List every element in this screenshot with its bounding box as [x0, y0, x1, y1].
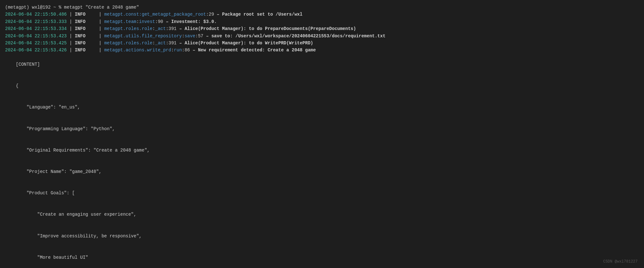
colon-2: : — [136, 18, 139, 25]
timestamp-4: 2024-06-04 22:15:53.423 — [5, 33, 67, 40]
colon-5: : — [152, 40, 155, 47]
level-5: INFO — [75, 40, 85, 47]
sep-4: | — [67, 33, 75, 40]
module-4: metagpt.utils.file_repository — [104, 33, 182, 40]
linenum-2: :90 — [155, 18, 163, 25]
json-prog-lang: "Programming Language": "Python", — [5, 118, 639, 139]
json-prog-lang-text: "Programming Language": "Python", — [16, 126, 115, 131]
json-goal-1-text: "Create an engaging user experience", — [16, 212, 136, 217]
msg-6: – New requirement detected: Create a 204… — [190, 47, 316, 54]
log-line-5: 2024-06-04 22:15:53.425 | INFO | metagpt… — [5, 40, 639, 47]
json-open-brace: { — [16, 83, 18, 88]
timestamp-1: 2024-06-04 22:15:50.486 — [5, 11, 67, 18]
sep-3b: | — [85, 25, 104, 32]
sep-6: | — [67, 47, 75, 54]
sep-5b: | — [85, 40, 104, 47]
watermark: CSDN @wxl781227 — [603, 259, 638, 265]
linenum-1: :29 — [206, 11, 214, 18]
func-5: _act — [155, 40, 166, 47]
json-block: { — [5, 75, 639, 97]
linenum-5: :391 — [166, 40, 177, 47]
log-line-6: 2024-06-04 22:15:53.426 | INFO | metagpt… — [5, 47, 639, 54]
json-goal-3: "More beautiful UI" — [5, 247, 639, 268]
level-6: INFO — [75, 47, 85, 54]
log-line-1: 2024-06-04 22:15:50.486 | INFO | metagpt… — [5, 11, 639, 18]
module-1: metagpt.const — [104, 11, 139, 18]
level-4: INFO — [75, 33, 85, 40]
func-4: save — [185, 33, 195, 40]
log-line-3: 2024-06-04 22:15:53.334 | INFO | metagpt… — [5, 25, 639, 32]
json-language: "Language": "en_us", — [5, 97, 639, 118]
json-prod-goals-label: "Product Goals": [ — [16, 190, 75, 196]
json-goal-2-text: "Improve accessibility, be responsive", — [16, 234, 142, 239]
json-prod-goals-key: "Product Goals": [ — [5, 182, 639, 204]
json-goal-2: "Improve accessibility, be responsive", — [5, 225, 639, 247]
log-line-2: 2024-06-04 22:15:53.333 | INFO | metagpt… — [5, 18, 639, 25]
json-goal-1: "Create an engaging user experience", — [5, 204, 639, 225]
module-2: metagpt.team — [104, 18, 136, 25]
timestamp-2: 2024-06-04 22:15:53.333 — [5, 18, 67, 25]
msg-2: – Investment: $3.0. — [163, 18, 217, 25]
module-1b: : — [139, 11, 142, 18]
msg-4: – save to: /Users/wxl/workspace/20240604… — [203, 33, 385, 40]
func-1: get_metagpt_package_root — [142, 11, 206, 18]
sep-5: | — [67, 40, 75, 47]
sep-4b: | — [85, 33, 104, 40]
json-proj-name: "Project Name": "game_2048", — [5, 161, 639, 182]
func-3: _act — [155, 25, 166, 32]
json-proj-name-text: "Project Name": "game_2048", — [16, 169, 102, 174]
sep-1: | — [67, 11, 75, 18]
func-2: invest — [139, 18, 155, 25]
msg-3: – Alice(Product Manager): to do PrepareD… — [177, 25, 356, 32]
linenum-4: :57 — [195, 33, 203, 40]
content-label-text: [CONTENT] — [16, 62, 40, 67]
module-6: metagpt.actions.write_prd — [104, 47, 171, 54]
sep-3: | — [67, 25, 75, 32]
module-3: metagpt.roles.role — [104, 25, 152, 32]
sep-2b: | — [85, 18, 104, 25]
sep-6b: | — [85, 47, 104, 54]
sep-1b: | — [85, 11, 104, 18]
colon-6: : — [171, 47, 174, 54]
func-6: run — [174, 47, 182, 54]
linenum-3: :391 — [166, 25, 177, 32]
json-orig-req: "Original Requirements": "Create a 2048 … — [5, 139, 639, 161]
timestamp-6: 2024-06-04 22:15:53.426 — [5, 47, 67, 54]
content-label: [CONTENT] — [5, 54, 639, 75]
log-line-4: 2024-06-04 22:15:53.423 | INFO | metagpt… — [5, 33, 639, 40]
level-3: INFO — [75, 25, 85, 32]
colon-4: : — [182, 33, 185, 40]
json-goal-3-text: "More beautiful UI" — [16, 255, 88, 260]
json-language-text: "Language": "en_us", — [16, 105, 80, 110]
module-5: metagpt.roles.role — [104, 40, 152, 47]
timestamp-3: 2024-06-04 22:15:53.334 — [5, 25, 67, 32]
terminal-window: (metagpt) wxl@192 ~ % metagpt "Create a … — [5, 4, 639, 268]
sep-2: | — [67, 18, 75, 25]
timestamp-5: 2024-06-04 22:15:53.425 — [5, 40, 67, 47]
linenum-6: :86 — [182, 47, 190, 54]
msg-1: – Package root set to /Users/wxl — [214, 11, 302, 18]
prompt-text: (metagpt) wxl@192 ~ % metagpt "Create a … — [5, 4, 139, 11]
level-2: INFO — [75, 18, 85, 25]
level-1: INFO — [75, 11, 85, 18]
colon-3: : — [152, 25, 155, 32]
json-orig-req-text: "Original Requirements": "Create a 2048 … — [16, 148, 150, 153]
prompt-line: (metagpt) wxl@192 ~ % metagpt "Create a … — [5, 4, 639, 11]
msg-5: – Alice(Product Manager): to do WritePRD… — [177, 40, 313, 47]
